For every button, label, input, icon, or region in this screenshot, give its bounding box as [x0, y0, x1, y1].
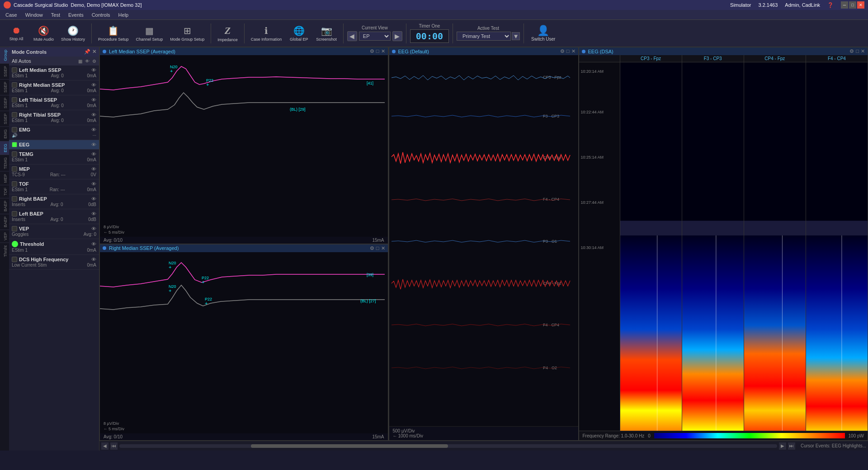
maximize-button[interactable]: □	[849, 1, 856, 9]
visibility-icon[interactable]: 👁	[91, 67, 96, 73]
eeg-maximize-icon[interactable]: □	[566, 48, 570, 54]
visibility-icon[interactable]: 👁	[91, 211, 96, 216]
visibility-icon[interactable]: 👁	[91, 151, 96, 157]
panel-footer-avg-2: Avg: 0/10	[104, 434, 123, 439]
panel-settings-icon[interactable]: ⚙	[370, 48, 374, 54]
panel-close-icon[interactable]: ✕	[381, 48, 385, 54]
visibility-icon[interactable]: 👁	[91, 112, 96, 118]
list-item[interactable]: Right Median SSEP 👁 EStim 1 Avg: 0 0mA	[9, 80, 99, 95]
list-item[interactable]: Left Tibial SSEP 👁 EStim 1 Avg: 0 0mA	[9, 95, 99, 110]
panel-maximize-icon[interactable]: □	[376, 48, 379, 54]
scroll-left-button[interactable]: ◀	[101, 442, 108, 450]
item-current: 0mA	[87, 103, 96, 108]
vtab-group[interactable]: Group	[0, 47, 9, 63]
scroll-rewind-button[interactable]: ⏮	[110, 442, 118, 450]
menu-window[interactable]: Window	[22, 11, 47, 19]
menu-help[interactable]: Help	[115, 11, 132, 19]
vtab-threshold[interactable]: Thrsht	[0, 243, 9, 259]
mode-group-setup-button[interactable]: ⊞ Mode Group Setup	[167, 21, 207, 46]
procedure-setup-button[interactable]: 📋 Procedure Setup	[95, 21, 132, 46]
list-item[interactable]: Right BAEP 👁 Inserts Avg: 0 0dB	[9, 194, 99, 209]
case-info-button[interactable]: ℹ Case Information	[248, 21, 285, 46]
minimize-button[interactable]: ─	[841, 1, 848, 9]
item-avg: Avg: 0	[51, 118, 64, 123]
item-color-dot	[12, 97, 17, 103]
global-ep-button[interactable]: 🌐 Global EP	[286, 21, 311, 46]
vtab-baep2[interactable]: BAEP	[0, 214, 9, 230]
list-item[interactable]: Right Tibial SSEP 👁 EStim 1 Avg: 0 0mA	[9, 110, 99, 125]
list-item[interactable]: Left BAEP 👁 Inserts Avg: 0 0dB	[9, 209, 99, 224]
all-autos-settings-icon[interactable]: ⚙	[92, 59, 96, 64]
list-item[interactable]: TOF 👁 EStim 1 Ran: --- 0mA	[9, 179, 99, 194]
list-item[interactable]: Threshold 👁 EStim 1 0mA	[9, 239, 99, 255]
all-autos-grid-icon[interactable]: ▦	[78, 59, 82, 64]
list-item[interactable]: MEP 👁 TCS-9 Ran: --- 0V	[9, 164, 99, 179]
stop-all-button[interactable]: ⏺ Stop All	[4, 21, 29, 46]
dsa-settings-icon[interactable]: ⚙	[849, 48, 854, 54]
menu-events[interactable]: Events	[65, 11, 87, 19]
scroll-end-button[interactable]: ⏭	[788, 442, 795, 450]
visibility-icon[interactable]: 👁	[91, 226, 96, 231]
dsa-dark-region-4	[806, 62, 868, 228]
help-icon[interactable]: ❓	[827, 2, 834, 8]
vtab-vep[interactable]: VEP	[0, 230, 9, 243]
vtab-ssep4[interactable]: SSEP	[0, 111, 9, 127]
vtab-eeg[interactable]: EEG	[0, 141, 9, 155]
vtab-ssep3[interactable]: SSEP	[0, 95, 9, 111]
menu-test[interactable]: Test	[47, 11, 64, 19]
dsa-close-icon[interactable]: ✕	[861, 48, 865, 54]
show-history-button[interactable]: 🕐 Show History	[58, 21, 88, 46]
sidebar-pin-icon[interactable]: 📌	[84, 49, 90, 55]
list-item[interactable]: VEP 👁 Goggles Avg: 0	[9, 224, 99, 239]
dsa-time-labels: 10:20:14 AM 10:22:44 AM 10:25:14 AM 10:2…	[579, 62, 620, 431]
scroll-track[interactable]	[119, 444, 777, 448]
vtab-ssep2[interactable]: SSEP	[0, 79, 9, 95]
sidebar-close-icon[interactable]: ✕	[92, 49, 96, 55]
panel-maximize-icon-2[interactable]: □	[376, 245, 379, 251]
visibility-icon[interactable]: 👁	[91, 97, 96, 103]
scroll-thumb[interactable]	[251, 444, 448, 448]
panel-title: Left Median SSEP (Averaged)	[103, 49, 175, 54]
panel-settings-icon-2[interactable]: ⚙	[370, 245, 374, 251]
visibility-icon[interactable]: 👁	[91, 257, 96, 262]
list-item[interactable]: DCS High Frequency 👁 Low Current Stim 0m…	[9, 255, 99, 270]
visibility-icon[interactable]: 👁	[91, 82, 96, 88]
close-button[interactable]: ✕	[857, 1, 864, 9]
vtab-temg[interactable]: TEMG	[0, 155, 9, 171]
nav-prev-button[interactable]: ◀	[347, 31, 357, 41]
mute-audio-button[interactable]: 🔇 Mute Audio	[31, 21, 57, 46]
vtab-emg[interactable]: EMG	[0, 127, 9, 141]
active-test-dropdown[interactable]: ▼	[512, 32, 520, 40]
menu-case[interactable]: Case	[2, 11, 21, 19]
screenshot-button[interactable]: 📷 Screenshot	[313, 21, 340, 46]
list-item[interactable]: TEMG 👁 EStim 1 0mA	[9, 150, 99, 164]
view-select[interactable]: EP EEG	[359, 32, 391, 41]
visibility-icon[interactable]: 👁	[91, 142, 96, 147]
visibility-icon[interactable]: 👁	[91, 241, 96, 247]
eeg-close-icon[interactable]: ✕	[571, 48, 576, 54]
channel-setup-button[interactable]: ▦ Channel Setup	[133, 21, 166, 46]
menu-controls[interactable]: Controls	[88, 11, 114, 19]
switch-user-button[interactable]: 👤 Switch User	[528, 23, 559, 43]
active-test-select[interactable]: Primary Test	[457, 32, 511, 41]
visibility-icon[interactable]: 👁	[91, 166, 96, 172]
list-item[interactable]: Left Median SSEP 👁 EStim 1 Avg: 0 0mA	[9, 66, 99, 80]
visibility-icon[interactable]: 👁	[91, 127, 96, 132]
vtab-baep1[interactable]: BAEP	[0, 198, 9, 214]
eeg-settings-icon[interactable]: ⚙	[560, 48, 565, 54]
all-autos-eye-icon[interactable]: 👁	[85, 59, 90, 64]
panel-close-icon-2[interactable]: ✕	[381, 245, 385, 251]
list-item[interactable]: EMG 👁 🔊 ···	[9, 125, 99, 140]
nav-next-button[interactable]: ▶	[392, 31, 402, 41]
impedance-button[interactable]: Z Impedance	[215, 21, 241, 46]
visibility-icon[interactable]: 👁	[91, 196, 96, 202]
item-volume: 🔊	[12, 133, 17, 138]
dsa-maximize-icon[interactable]: □	[856, 48, 859, 54]
visibility-icon[interactable]: 👁	[91, 181, 96, 187]
vtab-mep[interactable]: MEP	[0, 171, 9, 185]
vtab-tof[interactable]: TOF	[0, 185, 9, 198]
eeg-scale-t: 1000 ms/Div	[398, 433, 424, 438]
vtab-ssep1[interactable]: SSEP	[0, 63, 9, 79]
list-item[interactable]: EEG 👁	[9, 140, 99, 150]
scroll-right-button[interactable]: ▶	[779, 442, 786, 450]
